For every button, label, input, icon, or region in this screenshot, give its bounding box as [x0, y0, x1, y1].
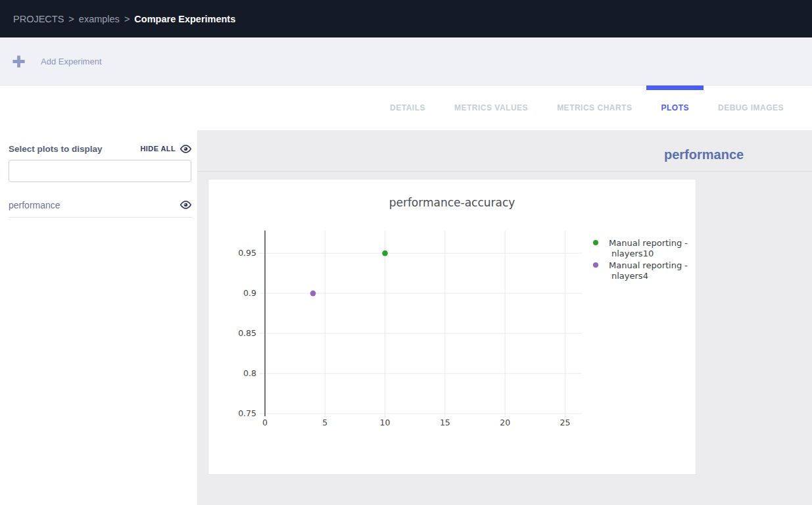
- svg-text:nlayers4: nlayers4: [611, 271, 648, 281]
- tab-debug-images[interactable]: DEBUG IMAGES: [704, 85, 798, 130]
- plots-sidebar: Select plots to display HIDE ALL perform…: [0, 130, 197, 505]
- plot-search-input[interactable]: [9, 160, 191, 182]
- sidebar-title: Select plots to display: [9, 144, 103, 154]
- svg-text:nlayers10: nlayers10: [611, 249, 654, 258]
- metric-group-title: performance: [664, 147, 744, 162]
- scatter-plot-svg[interactable]: 0.750.80.850.90.950510152025Manual repor…: [208, 180, 696, 474]
- breadcrumb-separator: >: [124, 14, 130, 24]
- svg-text:0.9: 0.9: [243, 288, 256, 298]
- plot-list-item-performance: performance: [9, 193, 192, 218]
- plus-icon: [12, 55, 26, 68]
- plot-visibility-eye-icon[interactable]: [179, 200, 192, 210]
- svg-text:Manual reporting -: Manual reporting -: [609, 260, 688, 270]
- tabs-container: DETAILS METRICS VALUES METRICS CHARTS PL…: [375, 85, 812, 130]
- add-experiment-button[interactable]: Add Experiment: [12, 37, 102, 85]
- svg-text:0.85: 0.85: [238, 328, 256, 338]
- tab-bar: DETAILS METRICS VALUES METRICS CHARTS PL…: [0, 85, 812, 130]
- tab-details[interactable]: DETAILS: [375, 85, 440, 130]
- hide-all-eye-icon: [179, 144, 192, 154]
- svg-text:5: 5: [322, 418, 327, 427]
- tab-metrics-charts[interactable]: METRICS CHARTS: [542, 85, 646, 130]
- breadcrumb-examples[interactable]: examples: [79, 14, 120, 24]
- svg-text:0: 0: [262, 418, 268, 427]
- breadcrumb-projects[interactable]: PROJECTS: [13, 14, 64, 24]
- svg-text:0.95: 0.95: [238, 248, 256, 258]
- svg-text:10: 10: [380, 418, 391, 427]
- svg-text:0.75: 0.75: [238, 408, 256, 418]
- svg-text:0.8: 0.8: [243, 368, 256, 378]
- plot-card: performance-accuracy 0.750.80.850.90.950…: [208, 179, 696, 475]
- breadcrumb-separator: >: [68, 14, 74, 24]
- tab-plots[interactable]: PLOTS: [646, 85, 704, 130]
- hide-all-button[interactable]: HIDE ALL: [140, 144, 192, 154]
- top-header-bar: PROJECTS > examples > Compare Experiment…: [0, 0, 812, 37]
- svg-text:15: 15: [440, 418, 450, 427]
- plots-main-area: performance performance-accuracy 0.750.8…: [197, 130, 812, 505]
- hide-all-label: HIDE ALL: [140, 145, 176, 153]
- svg-text:20: 20: [500, 418, 510, 427]
- add-experiment-label: Add Experiment: [41, 57, 102, 66]
- svg-text:Manual reporting -: Manual reporting -: [609, 238, 688, 248]
- plot-item-label[interactable]: performance: [9, 200, 60, 210]
- breadcrumb-current-page: Compare Experiments: [134, 14, 235, 24]
- metric-group-header: performance: [197, 130, 812, 172]
- tab-metrics-values[interactable]: METRICS VALUES: [440, 85, 542, 130]
- toolbar: Add Experiment: [0, 37, 812, 85]
- sidebar-header: Select plots to display HIDE ALL: [9, 142, 192, 155]
- svg-text:25: 25: [560, 418, 570, 427]
